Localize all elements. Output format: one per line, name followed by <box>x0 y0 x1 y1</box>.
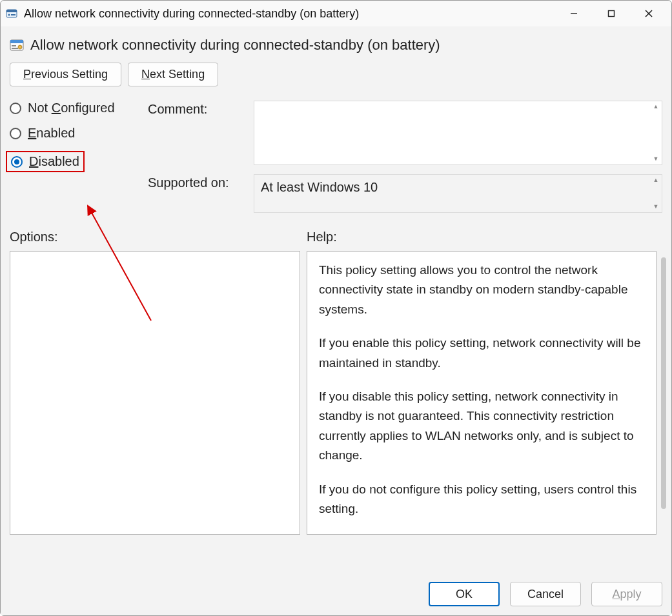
policy-header-icon <box>10 38 24 52</box>
radio-enabled[interactable]: Enabled <box>10 126 139 141</box>
header-row: Allow network connectivity during connec… <box>10 37 662 54</box>
svg-rect-3 <box>11 14 15 15</box>
comment-textarea[interactable]: ▲ ▼ <box>254 101 662 165</box>
options-pane <box>10 251 300 535</box>
window-title: Allow network connectivity during connec… <box>24 7 555 21</box>
comment-label: Comment: <box>148 101 245 117</box>
titlebar: Allow network connectivity during connec… <box>1 1 671 26</box>
help-paragraph: If you do not configure this policy sett… <box>319 480 644 519</box>
close-button[interactable] <box>630 1 667 26</box>
annotation-highlight-box: Disabled <box>6 151 85 172</box>
help-pane: This policy setting allows you to contro… <box>307 251 657 535</box>
settings-area: Not Configured Enabled Disabled Comment: <box>10 101 662 213</box>
fields-column: Comment: ▲ ▼ Supported on: At least Wind… <box>148 101 662 213</box>
radio-icon <box>10 103 21 114</box>
options-help-panes: This policy setting allows you to contro… <box>10 251 662 570</box>
nav-row: Previous Setting Next Setting <box>10 63 662 86</box>
arrow-down-icon: ▼ <box>653 204 659 210</box>
policy-header-title: Allow network connectivity during connec… <box>30 37 440 54</box>
dialog-footer: OK Cancel Apply <box>10 570 662 606</box>
supported-on-field: At least Windows 10 ▲ ▼ <box>254 174 662 213</box>
radio-not-configured[interactable]: Not Configured <box>10 101 139 115</box>
svg-point-12 <box>18 45 22 49</box>
prev-label-rest: revious Setting <box>31 68 108 81</box>
policy-editor-window: Allow network connectivity during connec… <box>0 0 672 616</box>
cancel-button[interactable]: Cancel <box>510 582 581 606</box>
svg-rect-9 <box>10 40 23 43</box>
scrollbar-thumb[interactable] <box>661 257 666 509</box>
options-label: Options: <box>10 230 307 244</box>
help-paragraph: If you disable this policy setting, netw… <box>319 387 644 466</box>
radio-icon <box>10 128 21 139</box>
arrow-up-icon: ▲ <box>653 177 659 183</box>
radio-label-enabled: Enabled <box>28 126 75 141</box>
help-paragraph: This policy setting allows you to contro… <box>319 261 644 319</box>
policy-icon <box>6 8 17 19</box>
help-paragraph: If you enable this policy setting, netwo… <box>319 333 644 373</box>
supported-on-value: At least Windows 10 <box>261 180 378 194</box>
comment-scroll-arrows[interactable]: ▲ ▼ <box>651 104 660 162</box>
next-setting-button[interactable]: Next Setting <box>128 63 218 86</box>
radio-disabled[interactable]: Disabled <box>11 154 79 169</box>
apply-label-rest: pply <box>620 588 641 601</box>
radio-label-not-configured: Not Configured <box>28 101 115 115</box>
supported-scroll-arrows[interactable]: ▲ ▼ <box>651 177 660 210</box>
maximize-button[interactable] <box>593 1 630 26</box>
svg-rect-5 <box>609 11 615 17</box>
svg-rect-1 <box>6 10 17 12</box>
svg-rect-10 <box>12 45 16 46</box>
previous-setting-button[interactable]: Previous Setting <box>10 63 121 86</box>
svg-point-2 <box>8 14 10 16</box>
ok-button[interactable]: OK <box>429 582 500 606</box>
arrow-down-icon: ▼ <box>653 156 659 162</box>
state-radio-group: Not Configured Enabled Disabled <box>10 101 139 213</box>
next-label-rest: ext Setting <box>150 68 205 81</box>
supported-on-label: Supported on: <box>148 174 245 190</box>
help-scrollbar[interactable] <box>660 251 662 535</box>
options-help-labels: Options: Help: <box>10 230 662 244</box>
radio-label-disabled: Disabled <box>29 154 79 169</box>
radio-icon-checked <box>11 156 23 168</box>
arrow-up-icon: ▲ <box>653 104 659 110</box>
help-label: Help: <box>307 230 337 244</box>
content-area: Allow network connectivity during connec… <box>1 26 671 615</box>
svg-rect-11 <box>12 48 18 49</box>
apply-button[interactable]: Apply <box>591 582 662 606</box>
minimize-button[interactable] <box>555 1 593 26</box>
